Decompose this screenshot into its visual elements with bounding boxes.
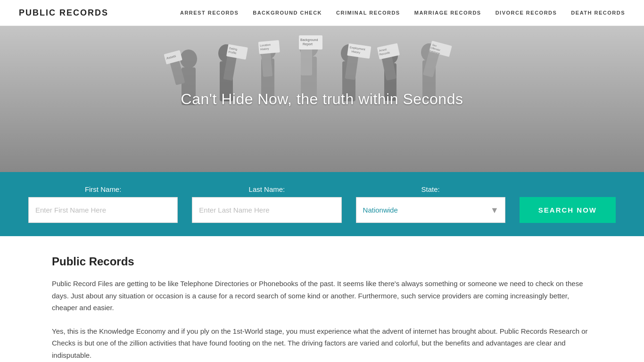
paragraph-2: Yes, this is the Knowledge Economy and i…	[52, 325, 592, 362]
site-logo[interactable]: PUBLIC RECORDS	[19, 8, 108, 18]
search-bar: First Name: Last Name: State: Nationwide…	[0, 172, 644, 236]
state-label: State:	[356, 185, 505, 193]
state-select[interactable]: NationwideAlabamaAlaskaArizonaArkansasCa…	[356, 197, 505, 223]
svg-text:Report: Report	[303, 42, 313, 46]
search-now-button[interactable]: SEARCH NOW	[520, 197, 616, 223]
paragraph-1: Public Record Files are getting to be li…	[52, 278, 592, 314]
last-name-label: Last Name:	[192, 185, 341, 193]
state-field: State: NationwideAlabamaAlaskaArizonaArk…	[356, 185, 505, 223]
first-name-label: First Name:	[28, 185, 178, 193]
nav-divorce-records[interactable]: DIVORCE RECORDS	[495, 10, 557, 16]
nav-arrest-records[interactable]: ARREST RECORDS	[180, 10, 239, 16]
nav-criminal-records[interactable]: CRIMINAL RECORDS	[336, 10, 400, 16]
last-name-field: Last Name:	[192, 185, 341, 223]
last-name-input[interactable]	[192, 197, 341, 223]
svg-rect-15	[258, 40, 280, 54]
section-title: Public Records	[52, 255, 592, 268]
nav-background-check[interactable]: BACKGROUND CHECK	[253, 10, 322, 16]
state-select-wrapper: NationwideAlabamaAlaskaArizonaArkansasCa…	[356, 197, 505, 223]
hero-section: Assets Dating Profile Location History B…	[0, 26, 644, 172]
site-header: PUBLIC RECORDS ARREST RECORDS BACKGROUND…	[0, 0, 644, 26]
main-nav: ARREST RECORDS BACKGROUND CHECK CRIMINAL…	[180, 10, 625, 16]
svg-point-1	[180, 49, 197, 68]
first-name-field: First Name:	[28, 185, 178, 223]
svg-rect-20	[301, 47, 312, 75]
svg-text:Background: Background	[300, 38, 318, 42]
first-name-input[interactable]	[28, 197, 178, 223]
main-content: Public Records Public Record Files are g…	[0, 236, 644, 362]
nav-death-records[interactable]: DEATH RECORDS	[571, 10, 625, 16]
nav-marriage-records[interactable]: MARRIAGE RECORDS	[414, 10, 481, 16]
hero-headline: Can't Hide Now, the truth within Seconds	[181, 90, 463, 108]
